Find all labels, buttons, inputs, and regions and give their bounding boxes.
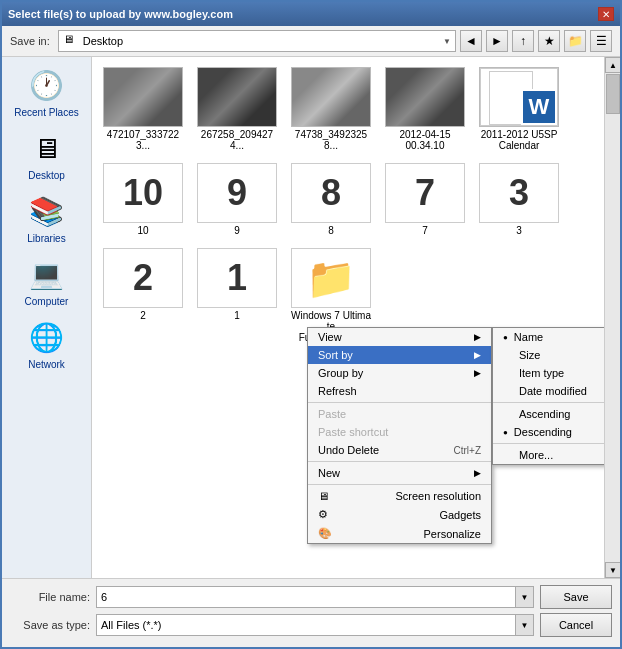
ctx-undo-delete[interactable]: Undo Delete Ctrl+Z	[308, 441, 491, 459]
file-thumbnail	[197, 67, 277, 127]
file-thumbnail: 9	[197, 163, 277, 223]
file-label: 3	[516, 225, 522, 236]
save-in-label: Save in:	[10, 35, 50, 47]
new-folder-button[interactable]: 📁	[564, 30, 586, 52]
ctx-arrow-icon: ▶	[474, 350, 481, 360]
scroll-down-button[interactable]: ▼	[605, 562, 620, 578]
sub-separator	[493, 443, 604, 444]
scroll-up-button[interactable]: ▲	[605, 57, 620, 73]
forward-button[interactable]: ►	[486, 30, 508, 52]
gadgets-icon: ⚙	[318, 508, 328, 521]
ctx-arrow-icon: ▶	[474, 368, 481, 378]
ctx-separator	[308, 402, 491, 403]
file-item[interactable]: 9 9	[192, 159, 282, 240]
desktop-icon: 🖥	[27, 128, 67, 168]
sort-item-type[interactable]: Item type	[493, 364, 604, 382]
file-item[interactable]: W 2011-2012 U5SPCalendar	[474, 63, 564, 155]
computer-icon: 💻	[27, 254, 67, 294]
file-name-row: File name: ▼ Save	[10, 585, 612, 609]
sidebar-item-network[interactable]: 🌐 Network	[7, 313, 87, 374]
save-as-type-input[interactable]	[96, 614, 516, 636]
file-label: 472107_3337223...	[102, 129, 184, 151]
file-label: 2011-2012 U5SPCalendar	[481, 129, 558, 151]
ctx-separator	[308, 484, 491, 485]
save-button[interactable]: Save	[540, 585, 612, 609]
ctx-sort-by[interactable]: Sort by ▶	[308, 346, 491, 364]
file-thumbnail: 📁	[291, 248, 371, 308]
back-button[interactable]: ◄	[460, 30, 482, 52]
file-thumbnail	[103, 67, 183, 127]
ctx-screen-resolution[interactable]: 🖥 Screen resolution	[308, 487, 491, 505]
save-as-type-row: Save as type: ▼ Cancel	[10, 613, 612, 637]
file-thumbnail: 8	[291, 163, 371, 223]
file-item[interactable]: 2012-04-1500.34.10	[380, 63, 470, 155]
file-name-input[interactable]	[96, 586, 516, 608]
file-label: 8	[328, 225, 334, 236]
file-name-dropdown-arrow[interactable]: ▼	[516, 586, 534, 608]
dialog-window: Select file(s) to upload by www.bogley.c…	[0, 0, 622, 649]
file-item[interactable]: 10 10	[98, 159, 188, 240]
sort-more[interactable]: More...	[493, 446, 604, 464]
sidebar-item-libraries[interactable]: 📚 Libraries	[7, 187, 87, 248]
ctx-personalize[interactable]: 🎨 Personalize	[308, 524, 491, 543]
address-combo[interactable]: 🖥 Desktop ▼	[58, 30, 456, 52]
sidebar-item-desktop[interactable]: 🖥 Desktop	[7, 124, 87, 185]
ctx-gadgets[interactable]: ⚙ Gadgets	[308, 505, 491, 524]
ctx-refresh[interactable]: Refresh	[308, 382, 491, 400]
sidebar-item-desktop-label: Desktop	[28, 170, 65, 181]
file-thumbnail	[291, 67, 371, 127]
libraries-icon: 📚	[27, 191, 67, 231]
vertical-scrollbar[interactable]: ▲ ▼	[604, 57, 620, 578]
sidebar-item-recent-places-label: Recent Places	[14, 107, 78, 118]
sort-descending[interactable]: Descending	[493, 423, 604, 441]
sort-date-modified[interactable]: Date modified	[493, 382, 604, 400]
sort-size[interactable]: Size	[493, 346, 604, 364]
file-thumbnail: W	[479, 67, 559, 127]
ctx-view[interactable]: View ▶	[308, 328, 491, 346]
file-item[interactable]: 2 2	[98, 244, 188, 358]
address-arrow-icon: ▼	[443, 37, 451, 46]
recent-places-icon: 🕐	[27, 65, 67, 105]
file-item[interactable]: 74738_34923258...	[286, 63, 376, 155]
sidebar-item-computer-label: Computer	[25, 296, 69, 307]
file-area: 472107_3337223... 267258_2094274... 7473…	[92, 57, 604, 578]
main-content: 🕐 Recent Places 🖥 Desktop 📚 Libraries 💻 …	[2, 57, 620, 578]
scroll-thumb[interactable]	[606, 74, 620, 114]
sort-name[interactable]: Name	[493, 328, 604, 346]
recent-button[interactable]: ★	[538, 30, 560, 52]
file-item[interactable]: 267258_2094274...	[192, 63, 282, 155]
up-button[interactable]: ↑	[512, 30, 534, 52]
save-as-type-label: Save as type:	[10, 619, 90, 631]
file-label: 7	[422, 225, 428, 236]
view-button[interactable]: ☰	[590, 30, 612, 52]
file-item[interactable]: 1 1	[192, 244, 282, 358]
save-as-type-dropdown-arrow[interactable]: ▼	[516, 614, 534, 636]
ctx-arrow-icon: ▶	[474, 468, 481, 478]
sidebar-item-recent-places[interactable]: 🕐 Recent Places	[7, 61, 87, 122]
file-label: 74738_34923258...	[290, 129, 372, 151]
ctx-new[interactable]: New ▶	[308, 464, 491, 482]
address-text: Desktop	[83, 35, 443, 47]
save-as-type-input-wrap: ▼	[96, 614, 534, 636]
cancel-button[interactable]: Cancel	[540, 613, 612, 637]
sidebar: 🕐 Recent Places 🖥 Desktop 📚 Libraries 💻 …	[2, 57, 92, 578]
sidebar-item-network-label: Network	[28, 359, 65, 370]
sort-ascending[interactable]: Ascending	[493, 405, 604, 423]
file-name-label: File name:	[10, 591, 90, 603]
file-item[interactable]: 472107_3337223...	[98, 63, 188, 155]
network-icon: 🌐	[27, 317, 67, 357]
ctx-paste-shortcut: Paste shortcut	[308, 423, 491, 441]
bottom-bar: File name: ▼ Save Save as type: ▼ Cancel	[2, 578, 620, 647]
close-button[interactable]: ✕	[598, 7, 614, 21]
file-item[interactable]: 8 8	[286, 159, 376, 240]
file-label: 9	[234, 225, 240, 236]
file-item[interactable]: 7 7	[380, 159, 470, 240]
file-label: 2012-04-1500.34.10	[399, 129, 450, 151]
context-menu: View ▶ Sort by ▶ Group by ▶ Refresh Past…	[307, 327, 492, 544]
ctx-group-by[interactable]: Group by ▶	[308, 364, 491, 382]
file-label: 2	[140, 310, 146, 321]
scroll-track[interactable]	[605, 73, 620, 562]
sidebar-item-computer[interactable]: 💻 Computer	[7, 250, 87, 311]
ctx-separator	[308, 461, 491, 462]
file-item[interactable]: 3 3	[474, 159, 564, 240]
